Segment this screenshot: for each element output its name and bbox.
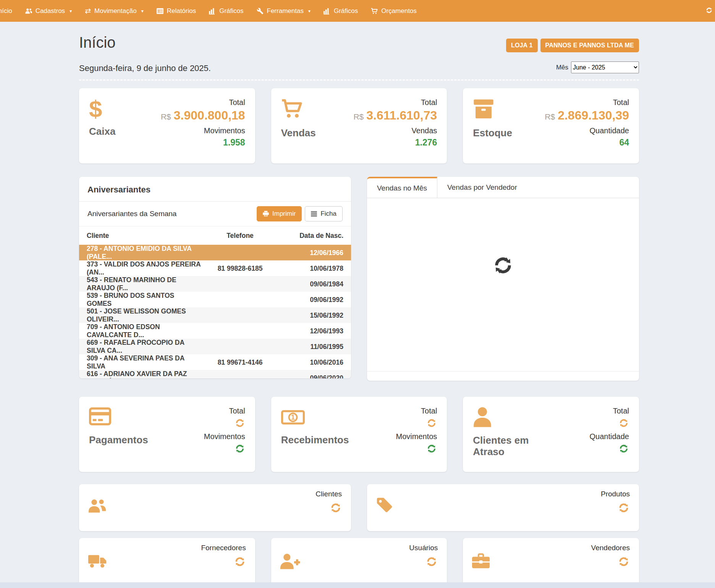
- dollar-icon: $: [89, 98, 115, 120]
- footer-strip: [0, 582, 715, 588]
- metric-label: Total: [613, 407, 629, 415]
- metric-label: Quantidade: [590, 432, 629, 441]
- cell-cliente: 543 - RENATO MARINHO DE ARAUJO (F...: [87, 276, 201, 292]
- tab-vendas-por-vendedor[interactable]: Vendas por Vendedor: [437, 177, 527, 198]
- birthdays-table: 278 - ANTONIO EMIDIO DA SILVA (PALE... 1…: [79, 245, 351, 378]
- nav-item-label: Gráficos: [334, 7, 358, 15]
- column-header: Cliente: [87, 232, 201, 240]
- cell-cliente: 539 - BRUNO DOS SANTOS GOMES: [87, 292, 201, 308]
- cell-telefone: 81 99671-4146: [201, 359, 279, 367]
- users-group-icon: [88, 497, 106, 515]
- refresh-icon: [426, 443, 437, 454]
- column-header: Data de Nasc.: [279, 232, 343, 240]
- nav-item-ferramentas[interactable]: Ferramentas: [250, 0, 317, 22]
- tab-vendas-no-mes[interactable]: Vendas no Mês: [367, 177, 437, 198]
- metric-label: Total: [421, 407, 437, 415]
- birthdays-panel: Aniversariantes Aniversariantes da Seman…: [79, 177, 351, 378]
- metric-value: R$2.869.130,39: [545, 108, 629, 123]
- nav-item-graficos-2[interactable]: Gráficos: [317, 0, 364, 22]
- tab-label: Vendas por Vendedor: [447, 183, 517, 192]
- person-icon: [473, 407, 492, 427]
- month-label: Mês: [556, 64, 568, 71]
- card-title: Vendedores: [591, 544, 630, 552]
- column-header: Telefone: [201, 232, 279, 240]
- currency-label: R$: [353, 112, 364, 121]
- card-clientes[interactable]: Clientes: [79, 484, 351, 531]
- credit-card-icon: [89, 407, 111, 426]
- nav-item-label: Relatórios: [167, 7, 196, 15]
- ficha-button[interactable]: Ficha: [305, 206, 343, 221]
- currency-label: R$: [161, 112, 171, 121]
- nav-item-graficos-1[interactable]: Gráficos: [202, 0, 250, 22]
- current-date: Segunda-feira, 9 de junho de 2025.: [79, 63, 211, 73]
- table-row[interactable]: 616 - ADRIANO XAVIER DA PAZ (BALAÚ) 09/0…: [79, 370, 351, 378]
- table-row[interactable]: 309 - ANA SEVERINA PAES DA SILVA 81 9967…: [79, 354, 351, 370]
- table-row[interactable]: 543 - RENATO MARINHO DE ARAUJO (F... 09/…: [79, 276, 351, 292]
- briefcase-icon: [472, 553, 490, 569]
- nav-item-relatorios[interactable]: Relatórios: [150, 0, 203, 22]
- nav-item-movimentacao[interactable]: ⇄ Movimentação: [78, 0, 150, 22]
- store-badge[interactable]: LOJA 1: [506, 39, 538, 52]
- list-icon: [311, 211, 317, 217]
- card-usuarios[interactable]: Usuários: [271, 538, 447, 586]
- card-produtos[interactable]: Produtos: [367, 484, 639, 531]
- card-fornecedores[interactable]: Fornecedores: [79, 538, 255, 586]
- amount: 3.900.800,18: [174, 108, 245, 122]
- truck-icon: [88, 553, 107, 569]
- cell-data: 15/06/1992: [279, 312, 343, 320]
- refresh-icon: [235, 443, 245, 454]
- table-row[interactable]: 501 - JOSE WELISSON GOMES OLIVEIR... 15/…: [79, 307, 351, 323]
- metric-label: Movimentos: [204, 126, 245, 135]
- table-row[interactable]: 539 - BRUNO DOS SANTOS GOMES 09/06/1992: [79, 292, 351, 307]
- cell-cliente: 709 - ANTONIO EDSON CAVALCANTE D...: [87, 323, 201, 339]
- nav-item-label: Ferramentas: [267, 7, 304, 15]
- nav-item-orcamentos[interactable]: Orçamentos: [364, 0, 423, 22]
- bar-chart-icon: [324, 8, 330, 15]
- table-row[interactable]: 278 - ANTONIO EMIDIO DA SILVA (PALE... 1…: [79, 245, 351, 260]
- store-badges: LOJA 1 PANNOS E PANNOS LTDA ME: [506, 39, 639, 52]
- refresh-icon: [618, 502, 630, 514]
- refresh-icon: [618, 556, 630, 568]
- nav-item-label: Cadastros: [36, 7, 65, 15]
- top-navbar: Início Cadastros ⇄ Movimentação Relatóri…: [0, 0, 715, 22]
- user-plus-icon: [280, 553, 300, 569]
- exchange-icon: ⇄: [85, 7, 91, 15]
- card-title: Usuários: [409, 544, 438, 552]
- month-select[interactable]: June - 2025: [571, 61, 639, 73]
- card-title: Clientes em Atraso: [473, 435, 534, 458]
- cell-telefone: 81 99828-6185: [201, 265, 279, 273]
- nav-item-inicio[interactable]: Início: [0, 0, 19, 22]
- summary-card-estoque: Estoque Total R$2.869.130,39 Quantidade …: [463, 88, 639, 163]
- summary-card-caixa: $ Caixa Total R$3.900.800,18 Movimentos …: [79, 88, 255, 163]
- summary-card-vendas: Vendas Total R$3.611.610,73 Vendas 1.276: [271, 88, 447, 163]
- users-icon: [25, 8, 32, 15]
- metric-label: Movimentos: [396, 432, 437, 441]
- card-title: Clientes: [315, 490, 342, 498]
- card-recebimentos: Recebimentos Total Movimentos: [271, 397, 447, 472]
- card-title: Recebimentos: [281, 434, 349, 446]
- company-badge[interactable]: PANNOS E PANNOS LTDA ME: [540, 39, 639, 52]
- amount: 3.611.610,73: [366, 108, 437, 122]
- cell-cliente: 616 - ADRIANO XAVIER DA PAZ (BALAÚ): [87, 370, 201, 378]
- bar-chart-icon: [209, 8, 216, 15]
- table-row[interactable]: 709 - ANTONIO EDSON CAVALCANTE D... 12/0…: [79, 323, 351, 339]
- card-vendedores[interactable]: Vendedores: [463, 538, 639, 586]
- money-bill-icon: [281, 410, 305, 425]
- refresh-icon: [330, 502, 342, 514]
- sales-tabs: Vendas no Mês Vendas por Vendedor: [367, 177, 639, 198]
- panel-title: Aniversariantes: [79, 177, 351, 202]
- table-header: Cliente Telefone Data de Nasc.: [79, 226, 351, 245]
- nav-refresh-button[interactable]: [705, 6, 713, 15]
- print-button[interactable]: Imprimir: [257, 206, 302, 221]
- card-title: Caixa: [89, 126, 115, 137]
- tab-label: Vendas no Mês: [377, 184, 427, 192]
- nav-item-cadastros[interactable]: Cadastros: [19, 0, 79, 22]
- table-row[interactable]: 669 - RAFAELA PROCOPIO DA SILVA CA... 11…: [79, 339, 351, 354]
- date-row: Segunda-feira, 9 de junho de 2025. Mês J…: [79, 61, 639, 81]
- cell-data: 12/06/1993: [279, 327, 343, 335]
- nav-item-label: Início: [0, 7, 12, 15]
- refresh-icon: [618, 418, 629, 428]
- table-row[interactable]: 373 - VALDIR DOS ANJOS PEREIRA (AN... 81…: [79, 260, 351, 276]
- cell-data: 12/06/1966: [279, 249, 343, 257]
- archive-box-icon: [473, 98, 494, 120]
